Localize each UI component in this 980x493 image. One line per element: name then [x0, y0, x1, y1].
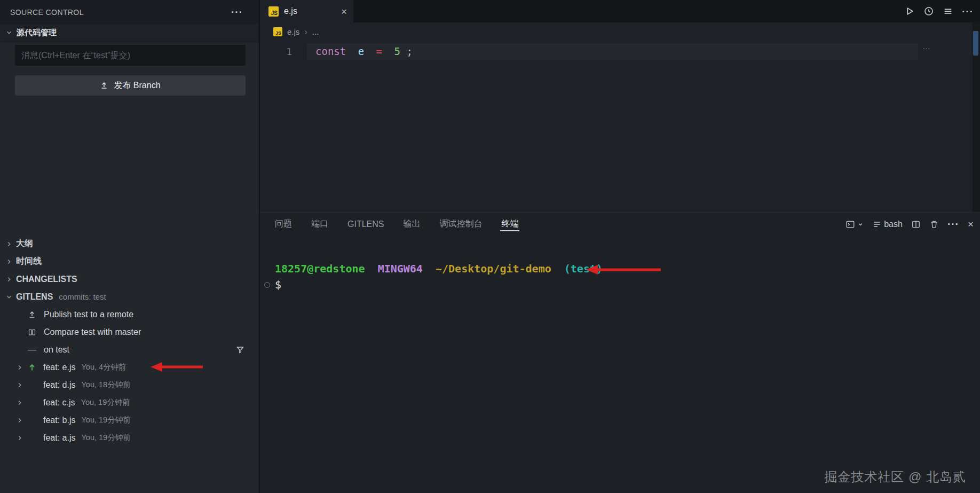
split-terminal-icon[interactable]: [911, 220, 921, 229]
compare-icon: [28, 328, 36, 337]
tab-problems[interactable]: 问题: [275, 213, 292, 235]
token-variable: e: [358, 45, 364, 57]
sidebar-item-outline[interactable]: 大纲: [0, 235, 259, 253]
commit-meta: You, 19分钟前: [81, 415, 130, 425]
chevron-right-icon: [16, 399, 23, 406]
javascript-file-icon: JS: [273, 27, 282, 36]
commit-meta: You, 19分钟前: [81, 433, 130, 443]
commit-meta: You, 18分钟前: [81, 380, 130, 390]
tab-gitlens[interactable]: GITLENS: [347, 213, 384, 235]
shell-label: bash: [884, 220, 903, 229]
gitlens-publish-label: Publish test to a remote: [44, 310, 133, 319]
commit-label: feat: a.js: [43, 433, 75, 443]
close-icon[interactable]: ×: [341, 6, 347, 17]
chevron-right-icon: [16, 417, 23, 424]
terminal-instance-bash[interactable]: bash: [872, 220, 903, 229]
gitlens-branch-item[interactable]: — on test: [0, 341, 259, 358]
section-label: 时间线: [16, 256, 42, 267]
gitlens-compare-item[interactable]: Compare test with master: [0, 323, 259, 341]
token-operator: =: [376, 45, 382, 57]
chevron-down-icon: [857, 221, 864, 228]
commit-row[interactable]: feat: a.js You, 19分钟前: [0, 429, 259, 447]
terminal-prompt-line: 18257@redstone MINGW64 ~/Desktop/git-dem…: [275, 262, 603, 275]
commit-row[interactable]: feat: c.js You, 19分钟前: [0, 394, 259, 411]
cloud-upload-icon: [28, 310, 36, 319]
gitlens-compare-label: Compare test with master: [44, 327, 141, 337]
terminal-prompt-symbol: $: [275, 278, 281, 291]
chevron-down-icon: [5, 293, 13, 301]
editor-scrollbar-thumb[interactable]: [973, 31, 978, 56]
bottom-panel: 问题 端口 GITLENS 输出 调试控制台 终端 bash ··· × 182…: [260, 213, 980, 493]
commit-label: feat: b.js: [43, 416, 75, 425]
code-editor[interactable]: 1 const e = 5 ; …: [260, 41, 973, 213]
panel-tab-bar: 问题 端口 GITLENS 输出 调试控制台 终端: [275, 213, 518, 235]
sidebar-item-changelists[interactable]: CHANGELISTS: [0, 270, 259, 288]
launch-profile-button[interactable]: [845, 220, 864, 229]
commit-label: feat: d.js: [43, 380, 75, 390]
shell-list-icon: [872, 220, 882, 229]
chevron-right-icon: [16, 364, 23, 371]
commit-label: feat: e.js: [43, 363, 75, 372]
chevron-down-icon: [5, 29, 13, 36]
sidebar-more-actions-icon[interactable]: ···: [231, 7, 243, 17]
chevron-right-icon: [5, 258, 13, 265]
dash-icon: —: [28, 345, 36, 355]
commit-meta: You, 19分钟前: [81, 397, 130, 408]
token-number: 5: [394, 45, 400, 57]
token-keyword: const: [315, 45, 346, 57]
tab-output[interactable]: 输出: [403, 213, 420, 235]
command-decoration-icon: [264, 282, 270, 288]
inline-hint: …: [922, 42, 930, 51]
editor-tab-bar: JS e.js ×: [260, 0, 980, 22]
tab-ejs[interactable]: JS e.js ×: [260, 0, 353, 22]
commit-label: feat: c.js: [43, 398, 75, 408]
tab-ports[interactable]: 端口: [311, 213, 328, 235]
commit-row[interactable]: feat: d.js You, 18分钟前: [0, 376, 259, 394]
source-control-sidebar: SOURCE CONTROL ··· 源代码管理 发布 Branch 大纲 时间…: [0, 0, 259, 493]
panel-more-actions-icon[interactable]: ···: [947, 219, 959, 229]
terminal-env: MINGW64: [378, 262, 423, 275]
filter-icon[interactable]: [236, 346, 244, 354]
token-semicolon: ;: [406, 45, 412, 57]
unpushed-arrow-up-icon: [28, 363, 36, 372]
section-label: 大纲: [16, 238, 33, 249]
editor-more-actions-icon[interactable]: ···: [962, 6, 974, 17]
run-icon[interactable]: [904, 6, 915, 17]
chevron-right-icon: [5, 276, 13, 283]
section-label: GITLENS: [16, 292, 53, 302]
sidebar-title: SOURCE CONTROL: [10, 8, 84, 17]
chevron-right-icon: [16, 381, 23, 389]
terminal-user-host: 18257@redstone: [275, 262, 365, 275]
publish-branch-label: 发布 Branch: [114, 80, 160, 91]
terminal-content[interactable]: 18257@redstone MINGW64 ~/Desktop/git-dem…: [260, 235, 980, 493]
tab-terminal[interactable]: 终端: [501, 213, 518, 235]
chevron-right-icon: [5, 240, 13, 248]
trash-icon[interactable]: [929, 220, 939, 229]
close-panel-icon[interactable]: ×: [968, 219, 974, 229]
tab-debug-console[interactable]: 调试控制台: [439, 213, 482, 235]
breadcrumb-symbol[interactable]: ...: [312, 27, 319, 36]
scm-section-header[interactable]: 源代码管理: [0, 24, 259, 41]
terminal-path: ~/Desktop/git-demo: [436, 262, 551, 275]
breadcrumb-file[interactable]: e.js: [287, 27, 299, 36]
layout-menu-icon[interactable]: [943, 6, 953, 17]
panel-actions: bash ··· ×: [845, 213, 974, 235]
sidebar-header: SOURCE CONTROL ···: [0, 0, 259, 24]
terminal-branch: (test): [564, 262, 603, 275]
publish-branch-button[interactable]: 发布 Branch: [15, 75, 246, 96]
sidebar-item-gitlens[interactable]: GITLENS commits: test: [0, 288, 259, 306]
sidebar-tree: 大纲 时间线 CHANGELISTS GITLENS commits: test…: [0, 235, 259, 447]
commit-row[interactable]: feat: b.js You, 19分钟前: [0, 411, 259, 429]
terminal-icon: [845, 220, 855, 229]
history-icon[interactable]: [923, 6, 934, 17]
code-line: const e = 5 ;: [315, 43, 413, 60]
editor-actions: ···: [904, 0, 974, 22]
breadcrumb: JS e.js › ...: [260, 22, 973, 41]
watermark: 掘金技术社区 @ 北岛贰: [824, 468, 966, 486]
commit-row[interactable]: feat: e.js You, 4分钟前: [0, 358, 259, 376]
javascript-file-icon: JS: [268, 6, 279, 17]
commit-message-input[interactable]: [15, 45, 246, 66]
gitlens-publish-item[interactable]: Publish test to a remote: [0, 306, 259, 323]
sidebar-item-timeline[interactable]: 时间线: [0, 253, 259, 270]
commit-meta: You, 4分钟前: [81, 362, 126, 372]
